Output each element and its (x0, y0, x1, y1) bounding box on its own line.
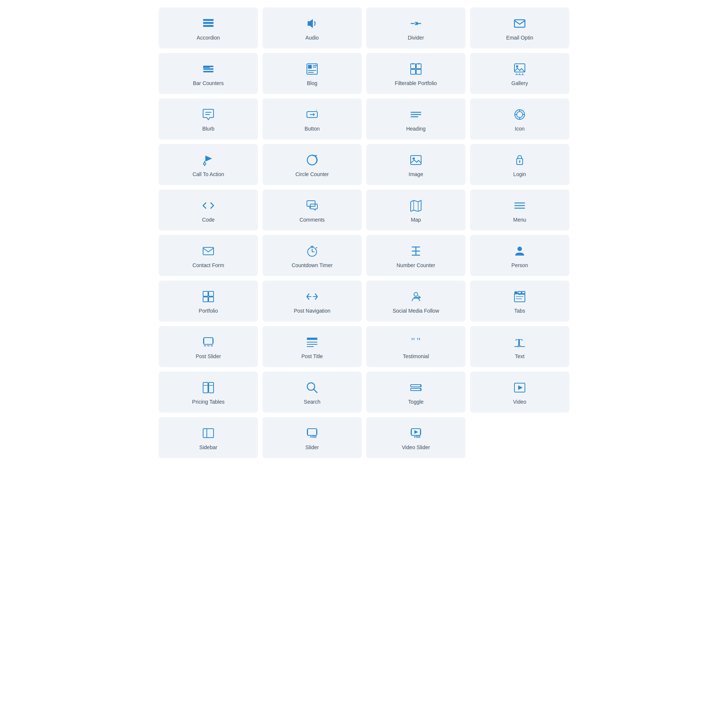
widget-item-login[interactable]: Login (470, 144, 569, 185)
widget-item-accordion[interactable]: Accordion (159, 7, 258, 49)
blurb-label: Blurb (202, 126, 215, 132)
blurb-icon (202, 108, 215, 121)
widget-item-toggle[interactable]: Toggle (366, 372, 466, 413)
tabs-icon (513, 290, 526, 303)
widget-item-heading[interactable]: Heading (366, 98, 466, 140)
widget-item-social-media-follow[interactable]: Social Media Follow (366, 281, 466, 322)
video-label: Video (513, 399, 526, 405)
widget-item-blurb[interactable]: Blurb (159, 98, 258, 140)
svg-point-110 (312, 436, 314, 438)
widget-grid: Accordion Audio Divider Email Optin Bar … (159, 7, 569, 458)
widget-item-number-counter[interactable]: Number Counter (366, 235, 466, 276)
portfolio-icon (202, 290, 215, 303)
login-label: Login (513, 171, 526, 177)
widget-item-image[interactable]: Image (366, 144, 466, 185)
svg-rect-5 (514, 20, 525, 27)
svg-rect-11 (308, 65, 312, 69)
slider-label: Slider (305, 444, 319, 450)
button-label: Button (305, 126, 320, 132)
widget-item-comments[interactable]: Comments (262, 190, 362, 231)
widget-item-gallery[interactable]: Gallery (470, 53, 569, 94)
widget-item-circle-counter[interactable]: Circle Counter (262, 144, 362, 185)
svg-point-111 (315, 436, 316, 438)
widget-item-video[interactable]: Video (470, 372, 569, 413)
widget-item-blog[interactable]: Blog (262, 53, 362, 94)
video-slider-icon (409, 426, 423, 440)
portfolio-label: Portfolio (199, 308, 218, 314)
text-icon: T (513, 335, 526, 349)
call-to-action-label: Call To Action (193, 171, 224, 177)
svg-point-65 (517, 247, 522, 251)
sidebar-label: Sidebar (199, 444, 217, 450)
divider-icon (409, 17, 423, 30)
svg-rect-100 (411, 385, 421, 387)
widget-item-slider[interactable]: Slider (262, 417, 362, 458)
widget-item-map[interactable]: Map (366, 190, 466, 231)
widget-item-pricing-tables[interactable]: Pricing Tables (159, 372, 258, 413)
widget-item-search[interactable]: Search (262, 372, 362, 413)
svg-point-116 (414, 436, 416, 438)
number-counter-icon (409, 244, 423, 258)
svg-rect-95 (209, 382, 214, 393)
widget-item-post-title[interactable]: Post Title (262, 326, 362, 367)
button-icon (305, 108, 319, 121)
widget-item-tabs[interactable]: Tabs (470, 281, 569, 322)
person-label: Person (511, 262, 528, 268)
widget-item-testimonial[interactable]: " " Testimonial (366, 326, 466, 367)
svg-rect-19 (411, 69, 416, 74)
post-title-label: Post Title (301, 353, 323, 359)
social-media-follow-label: Social Media Follow (393, 308, 439, 314)
gallery-label: Gallery (511, 80, 528, 86)
svg-rect-69 (209, 297, 214, 302)
widget-item-contact-form[interactable]: Contact Form (159, 235, 258, 276)
widget-item-post-slider[interactable]: Post Slider (159, 326, 258, 367)
widget-item-portfolio[interactable]: Portfolio (159, 281, 258, 322)
login-icon (513, 153, 526, 167)
widget-item-person[interactable]: Person (470, 235, 569, 276)
widget-item-countdown-timer[interactable]: Countdown Timer (262, 235, 362, 276)
heading-label: Heading (406, 126, 426, 132)
contact-form-label: Contact Form (193, 262, 224, 268)
widget-item-sidebar[interactable]: Sidebar (159, 417, 258, 458)
widget-item-audio[interactable]: Audio (262, 7, 362, 49)
svg-rect-7 (203, 68, 214, 70)
svg-rect-108 (316, 429, 317, 435)
widget-item-email-optin[interactable]: Email Optin (470, 7, 569, 49)
widget-item-button[interactable]: Button (262, 98, 362, 140)
map-label: Map (411, 217, 421, 223)
svg-rect-86 (307, 338, 317, 340)
icon-icon (513, 108, 526, 121)
audio-icon (305, 17, 319, 30)
tabs-label: Tabs (514, 308, 525, 314)
circle-counter-label: Circle Counter (295, 171, 329, 177)
widget-item-icon[interactable]: Icon (470, 98, 569, 140)
email-optin-label: Email Optin (506, 35, 533, 41)
post-navigation-icon (305, 290, 319, 303)
widget-item-text[interactable]: T Text (470, 326, 569, 367)
countdown-timer-icon (305, 244, 319, 258)
text-label: Text (515, 353, 525, 359)
search-icon (305, 381, 319, 394)
svg-point-37 (517, 112, 523, 118)
svg-rect-114 (420, 429, 421, 435)
svg-rect-75 (514, 291, 517, 294)
svg-text:": " (411, 336, 415, 347)
widget-item-bar-counters[interactable]: Bar Counters (159, 53, 258, 94)
sidebar-icon (202, 426, 215, 440)
widget-item-post-navigation[interactable]: Post Navigation (262, 281, 362, 322)
widget-item-call-to-action[interactable]: Call To Action (159, 144, 258, 185)
widget-item-menu[interactable]: Menu (470, 190, 569, 231)
widget-item-code[interactable]: Code (159, 190, 258, 231)
bar-counters-label: Bar Counters (193, 80, 224, 86)
person-icon (513, 244, 526, 258)
comments-icon (305, 199, 319, 212)
widget-item-divider[interactable]: Divider (366, 7, 466, 49)
divider-label: Divider (408, 35, 424, 41)
image-icon (409, 153, 423, 167)
map-icon (409, 199, 423, 212)
widget-item-video-slider[interactable]: Video Slider (366, 417, 466, 458)
comments-label: Comments (299, 217, 325, 223)
svg-rect-107 (307, 429, 308, 435)
widget-item-filterable-portfolio[interactable]: Filterable Portfolio (366, 53, 466, 94)
svg-rect-113 (411, 429, 412, 435)
